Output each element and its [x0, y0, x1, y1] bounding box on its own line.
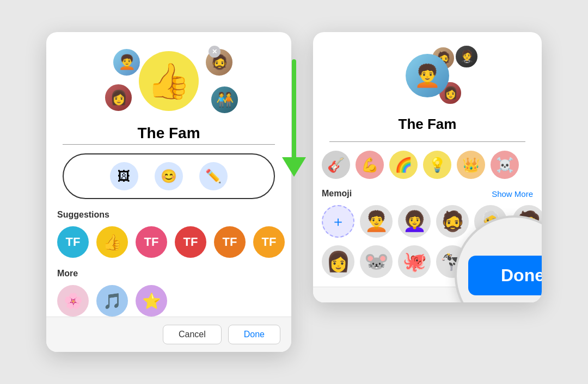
- suggestions-label: Suggestions: [46, 210, 291, 220]
- icon-options-box: 🖼 😊 ✏️: [63, 153, 275, 199]
- done-button[interactable]: Done: [228, 325, 280, 344]
- group-name-input[interactable]: [63, 125, 275, 145]
- emoji-skull[interactable]: ☠️: [491, 151, 519, 179]
- left-panel: 🧑‍🦱 🧔 👍 👩 🧑‍🤝‍🧑 ✕ 🖼 😊 ✏️ Suggesti: [46, 32, 291, 352]
- suggestion-3[interactable]: TF: [136, 226, 167, 258]
- memoji-7[interactable]: 🐭: [360, 245, 393, 278]
- emoji-suggestions-row: 🎸 💪 🌈 💡 👑 ☠️: [313, 151, 542, 179]
- right-icon-cluster: 🧑‍🦱 🧔 👩 🤵: [313, 38, 542, 114]
- more-3[interactable]: ⭐: [136, 285, 167, 317]
- more-1[interactable]: 🌸: [57, 285, 89, 317]
- done-button-zoomed[interactable]: Done: [468, 256, 542, 295]
- emoji-muscle[interactable]: 💪: [356, 151, 384, 179]
- right-panel: 🧑‍🦱 🧔 👩 🤵 The Fam 🎸 💪 🌈 💡 👑 ☠️ Memoji: [313, 32, 542, 302]
- emoji-rainbow[interactable]: 🌈: [389, 151, 418, 179]
- close-cluster-button[interactable]: ✕: [209, 46, 220, 58]
- green-arrow: [282, 59, 306, 177]
- arrow-head: [282, 157, 306, 177]
- cancel-button[interactable]: Cancel: [163, 325, 222, 344]
- suggestion-5[interactable]: TF: [214, 226, 246, 258]
- right-group-name: The Fam: [329, 114, 525, 142]
- avatar-bottom-right: 🧑‍🤝‍🧑: [210, 85, 240, 115]
- group-name-section: [46, 125, 291, 145]
- memoji-6[interactable]: 👩: [322, 245, 354, 278]
- right-panel-footer: Cancel Done: [313, 287, 542, 302]
- emoji-bulb[interactable]: 💡: [423, 151, 451, 179]
- suggestion-1[interactable]: TF: [57, 226, 89, 258]
- photos-option-button[interactable]: 🖼: [110, 162, 138, 190]
- right-group-icon: 🧑‍🦱: [406, 54, 449, 97]
- more-2[interactable]: 🎵: [96, 285, 128, 317]
- more-row: 🌸 🎵 ⭐: [46, 285, 291, 317]
- suggestion-6[interactable]: TF: [253, 226, 285, 258]
- suggestion-4[interactable]: TF: [175, 226, 206, 258]
- memoji-label: Memoji: [322, 189, 352, 199]
- avatar-bottom-left: 👩: [103, 83, 133, 113]
- memoji-add-button[interactable]: ＋: [322, 205, 354, 238]
- left-panel-footer: Cancel Done: [46, 317, 291, 352]
- memoji-2[interactable]: 👩‍🦱: [398, 205, 431, 238]
- memoji-1[interactable]: 🧑‍🦱: [360, 205, 393, 238]
- emoji-guitar[interactable]: 🎸: [322, 151, 350, 179]
- more-label: More: [46, 269, 291, 278]
- group-icon-thumb: 👍: [139, 51, 199, 111]
- arrow-shaft: [292, 59, 296, 157]
- avatar-top-left: 🧑‍🦱: [112, 47, 142, 77]
- suggestions-row: TF 👍 TF TF TF TF: [46, 226, 291, 258]
- memoji-header: Memoji Show More: [313, 189, 542, 199]
- memoji-3[interactable]: 🧔: [436, 205, 469, 238]
- suggestion-2[interactable]: 👍: [96, 226, 128, 258]
- show-more-link[interactable]: Show More: [492, 189, 533, 199]
- pencil-option-button[interactable]: ✏️: [199, 162, 228, 190]
- memoji-8[interactable]: 🐙: [398, 245, 431, 278]
- emoji-crown[interactable]: 👑: [457, 151, 485, 179]
- emoji-option-button[interactable]: 😊: [155, 162, 183, 190]
- left-icon-cluster: 🧑‍🦱 🧔 👍 👩 🧑‍🤝‍🧑 ✕: [46, 38, 291, 125]
- right-avatar-br: 🤵: [454, 44, 479, 69]
